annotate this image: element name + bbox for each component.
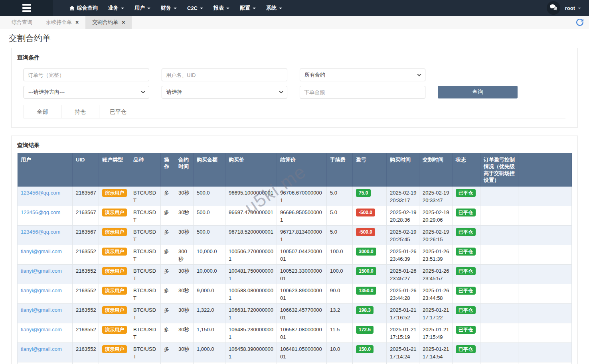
status-badge: 已平仓 [456,209,476,216]
refresh-button[interactable] [576,19,583,28]
search-button[interactable]: 查询 [438,86,518,98]
column-header-10: 盈亏 [353,153,387,187]
nav-item-label: 综合查询 [77,4,98,12]
buy-date: 2025-01-21 [390,326,417,333]
contract-select[interactable]: 所有合约 [300,69,425,81]
column-header-0: 用户 [18,153,73,187]
user-email-link[interactable]: tianyi@gmail.com [21,327,62,333]
status-badge: 已平仓 [456,287,476,295]
cell-status: 已平仓 [453,265,480,284]
user-menu[interactable]: root [565,5,581,11]
settle-clock: 23:44:58 [423,294,450,302]
buy-date: 2025-01-26 [390,248,417,255]
nav-item-overview[interactable]: 综合查询 [64,0,103,16]
user-email-link[interactable]: 123456@qq.com [21,190,60,196]
cell-status: 已平仓 [453,226,480,245]
cell-duration: 30秒 [175,265,194,284]
status-badge: 已平仓 [456,326,476,334]
cell-amount: 1,300,000.0 [194,362,225,364]
navbar-right: root [547,0,589,16]
buy-date: 2025-01-21 [390,345,417,353]
nav-item-users[interactable]: 用户 [129,0,156,16]
cell-extra [518,226,572,245]
nav-item-system[interactable]: 系统 [261,0,287,16]
nav-item-c2c[interactable]: C2C [182,0,208,16]
order-no-input[interactable] [24,69,149,81]
user-email-link[interactable]: tianyi@gmail.com [21,307,62,313]
cell-pnl: 1350.0 [353,284,387,304]
column-header-9: 手续费 [327,153,353,187]
tab-overview[interactable]: 综合查询 [5,16,39,29]
nav-item-reports[interactable]: 报表 [208,0,235,16]
nav-item-business[interactable]: 业务 [103,0,129,16]
column-header-1: UID [73,153,99,187]
cell-duration: 120秒 [175,362,194,364]
chevron-down-icon [417,72,421,76]
cell-status: 已平仓 [453,304,480,323]
filter-tab-closed[interactable]: 已平仓 [99,105,137,118]
cell-settle-price: 106481.0500000001 [277,343,327,362]
cell-pnl: 198.3 [353,304,387,323]
tab-delivery-contracts[interactable]: 交割合约单× [85,16,132,29]
filter-tab-all[interactable]: 全部 [24,105,61,118]
user-email-link[interactable]: tianyi@gmail.com [21,287,62,293]
user-email-link[interactable]: 123456@qq.com [21,229,60,235]
nav-item-finance[interactable]: 财务 [156,0,182,16]
cell-account-type: 演示用户 [99,284,130,304]
pnl-badge: 1350.0 [356,287,376,295]
buy-clock: 17:15:19 [390,333,417,341]
nav-item-config[interactable]: 配置 [235,0,261,16]
cell-symbol: BTC/USDT [130,362,161,364]
chevron-down-icon [200,8,203,9]
cell-extra [518,323,572,343]
buy-clock: 17:14:24 [390,353,417,360]
cell-fee: 11.5 [327,323,353,343]
buy-clock: 20:33:17 [390,197,417,204]
cell-settle-time: 2025-01-2117:17:22 [419,304,453,323]
buy-clock: 23:46:39 [390,255,417,263]
results-panel: 查询结果 用户UID账户类型品种操作合约时间购买金额购买价结算价手续费盈亏购买时… [11,136,578,364]
user-email-link[interactable]: tianyi@gmail.com [21,268,62,274]
hamburger-menu-button[interactable] [0,0,53,16]
cell-pnl-control [480,284,518,304]
cell-direction: 多 [161,362,175,364]
cell-uid: 2163552 [73,265,99,284]
cell-duration: 30秒 [175,226,194,245]
user-email-link[interactable]: tianyi@gmail.com [21,346,62,352]
user-email-link[interactable]: tianyi@gmail.com [21,248,62,254]
table-row: 123456@qq.com2163567演示用户BTC/USDT多30秒500.… [18,206,572,226]
cell-pnl: 3000.0 [353,245,387,265]
pnl-badge: 1500.0 [356,267,376,275]
column-header-6: 购买金额 [194,153,225,187]
pnl-badge: 150.0 [356,345,374,353]
results-panel-title: 查询结果 [12,136,577,150]
query-panel-title: 查询条件 [12,48,577,62]
filter-tab-holding[interactable]: 持仓 [61,105,99,118]
cell-amount: 1,150.0 [194,323,225,343]
cell-pnl: -500.0 [353,206,387,226]
chevron-down-icon [147,8,150,9]
cell-settle-time: 2025-02-1920:33:47 [419,187,453,206]
username-uid-input[interactable] [162,69,287,81]
cell-user: yayazhou41@gmail.com [18,362,73,364]
tab-perpetual-positions[interactable]: 永续持仓单× [39,16,85,29]
cell-user: tianyi@gmail.com [18,265,73,284]
cell-amount: 10,000.0 [194,245,225,265]
status-select[interactable]: 请选择 [162,86,287,98]
order-amount-input[interactable] [300,86,425,98]
column-header-12: 交割时间 [419,153,453,187]
messages-button[interactable] [547,1,560,15]
user-email-link[interactable]: 123456@qq.com [21,209,60,215]
cell-pnl: 1500.0 [353,265,387,284]
close-icon[interactable]: × [122,20,125,25]
close-icon[interactable]: × [75,20,79,25]
account-type-badge: 演示用户 [102,326,127,334]
table-row: tianyi@gmail.com2163552演示用户BTC/USDT多30秒1… [18,265,572,284]
cell-uid: 2163552 [73,245,99,265]
nav-item-label: 财务 [161,4,171,12]
pnl-badge: 172.5 [356,326,374,334]
cell-settle-price: 100507.0442000001 [277,245,327,265]
pnl-badge: 198.3 [356,306,374,314]
direction-select[interactable]: ---请选择方向--- [24,86,149,98]
cell-extra [518,245,572,265]
